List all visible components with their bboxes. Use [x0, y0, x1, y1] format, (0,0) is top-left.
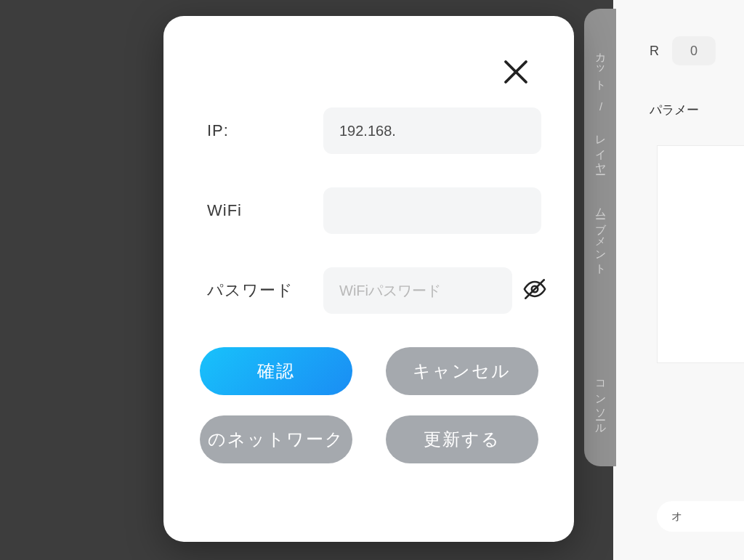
- network-button[interactable]: のネットワーク: [200, 415, 352, 463]
- parameter-label: パラメー: [650, 102, 699, 118]
- password-input[interactable]: [323, 267, 512, 314]
- r-value-box[interactable]: 0: [672, 36, 716, 65]
- ip-input[interactable]: [323, 107, 541, 154]
- wifi-settings-modal: IP: WiFi パスワード: [163, 16, 574, 542]
- modal-button-row: 確認 キャンセル のネットワーク 更新する: [163, 347, 574, 463]
- tab-movement[interactable]: ムーブメント: [594, 200, 607, 270]
- r-value-row: R 0: [650, 36, 716, 65]
- background-right-panel: カット / レイヤー ムーブメント コンソール R 0 パラメー オ: [613, 0, 744, 560]
- background-pill[interactable]: オ: [657, 501, 744, 532]
- r-label: R: [650, 44, 659, 59]
- cancel-button[interactable]: キャンセル: [386, 347, 538, 395]
- tab-console[interactable]: コンソール: [594, 373, 607, 430]
- ip-field-row: IP:: [207, 107, 552, 154]
- wifi-field-row: WiFi: [207, 187, 552, 234]
- close-button[interactable]: [498, 56, 533, 91]
- close-icon: [501, 57, 531, 90]
- toggle-password-visibility[interactable]: [522, 277, 547, 304]
- background-content-box: [657, 145, 744, 363]
- eye-off-icon: [522, 277, 547, 304]
- wifi-label: WiFi: [207, 201, 323, 220]
- wifi-input[interactable]: [323, 187, 541, 234]
- refresh-button[interactable]: 更新する: [386, 415, 538, 463]
- ip-label: IP:: [207, 121, 323, 140]
- password-field-row: パスワード: [207, 267, 552, 314]
- vertical-tab-rail: カット / レイヤー ムーブメント コンソール: [584, 9, 616, 466]
- tab-cut-layer[interactable]: カット / レイヤー: [594, 45, 607, 171]
- password-label: パスワード: [207, 280, 323, 301]
- confirm-button[interactable]: 確認: [200, 347, 352, 395]
